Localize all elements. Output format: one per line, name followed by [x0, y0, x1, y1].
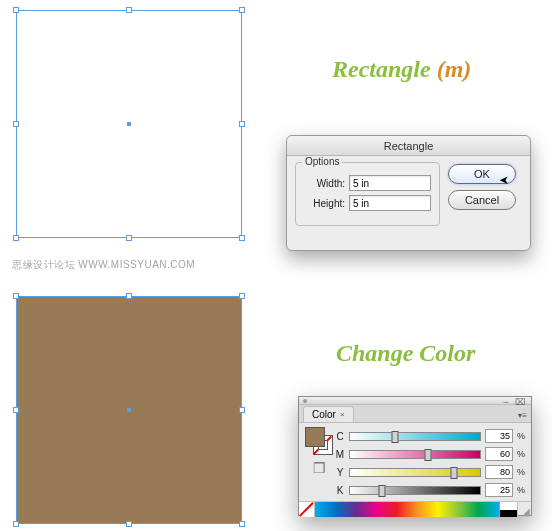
resize-handle-ml[interactable] — [13, 407, 19, 413]
selected-rectangle-empty[interactable] — [16, 10, 242, 238]
dialog-title: Rectangle — [287, 136, 530, 156]
resize-handle-br[interactable] — [239, 521, 245, 527]
resize-handle-tl[interactable] — [13, 293, 19, 299]
tab-color[interactable]: Color × — [303, 406, 354, 422]
slider-m-value[interactable]: 60 — [485, 447, 513, 461]
resize-handle-br[interactable] — [239, 235, 245, 241]
heading-rectangle-paren: (m) — [437, 56, 472, 82]
cancel-button[interactable]: Cancel — [448, 190, 516, 210]
slider-c-thumb[interactable] — [392, 431, 399, 443]
tab-color-label: Color — [312, 409, 336, 420]
resize-handle-mr[interactable] — [239, 121, 245, 127]
resize-handle-tm[interactable] — [126, 293, 132, 299]
height-label: Height: — [304, 198, 345, 209]
cancel-button-label: Cancel — [465, 194, 499, 206]
resize-handle-tm[interactable] — [126, 7, 132, 13]
resize-handle-bl[interactable] — [13, 521, 19, 527]
resize-handle-tr[interactable] — [239, 7, 245, 13]
resize-handle-mr[interactable] — [239, 407, 245, 413]
resize-grip-icon[interactable]: ◢ — [517, 502, 531, 517]
bw-swatches[interactable] — [499, 502, 517, 517]
white-swatch[interactable] — [499, 502, 517, 510]
slider-y-label: Y — [335, 467, 345, 478]
width-label: Width: — [304, 178, 345, 189]
heading-change-color: Change Color — [336, 340, 475, 367]
percent-label: % — [517, 467, 525, 477]
resize-handle-ml[interactable] — [13, 121, 19, 127]
options-legend: Options — [302, 156, 342, 167]
close-icon[interactable]: × — [340, 410, 345, 419]
slider-y-value[interactable]: 80 — [485, 465, 513, 479]
color-panel: – ⌧ Color × ▾≡ ❒ C 35 % M 60 — [298, 396, 532, 516]
slider-c-value[interactable]: 35 — [485, 429, 513, 443]
cube-icon[interactable]: ❒ — [313, 461, 326, 475]
slider-y-track[interactable] — [349, 468, 481, 477]
width-input[interactable] — [349, 175, 431, 191]
slider-m-track[interactable] — [349, 450, 481, 459]
slider-c-label: C — [335, 431, 345, 442]
options-group: Options Width: Height: — [295, 162, 440, 226]
ok-button[interactable]: OK ➤ — [448, 164, 516, 184]
panel-dot-icon — [303, 399, 307, 403]
resize-handle-bl[interactable] — [13, 235, 19, 241]
slider-k-value[interactable]: 25 — [485, 483, 513, 497]
watermark-text: 思缘设计论坛 WWW.MISSYUAN.COM — [12, 258, 195, 272]
cursor-icon: ➤ — [499, 173, 509, 187]
panel-menu-icon[interactable]: ▾≡ — [518, 411, 527, 422]
heading-rectangle: Rectangle (m) — [332, 56, 471, 83]
panel-gripper[interactable]: – ⌧ — [299, 397, 531, 405]
resize-handle-bm[interactable] — [126, 235, 132, 241]
resize-handle-bm[interactable] — [126, 521, 132, 527]
heading-rectangle-word: Rectangle — [332, 56, 431, 82]
slider-row-k: K 25 % — [335, 483, 525, 497]
slider-k-label: K — [335, 485, 345, 496]
slider-y-thumb[interactable] — [450, 467, 457, 479]
percent-label: % — [517, 449, 525, 459]
slider-k-thumb[interactable] — [379, 485, 386, 497]
black-swatch[interactable] — [499, 510, 517, 518]
slider-m-thumb[interactable] — [424, 449, 431, 461]
fill-swatch[interactable] — [305, 427, 325, 447]
resize-handle-tr[interactable] — [239, 293, 245, 299]
rectangle-dialog: Rectangle Options Width: Height: OK ➤ Ca… — [286, 135, 531, 251]
panel-controls[interactable]: – ⌧ — [503, 397, 527, 407]
height-input[interactable] — [349, 195, 431, 211]
slider-row-m: M 60 % — [335, 447, 525, 461]
resize-handle-tl[interactable] — [13, 7, 19, 13]
slider-m-label: M — [335, 449, 345, 460]
spectrum-bar[interactable] — [315, 502, 499, 517]
slider-c-track[interactable] — [349, 432, 481, 441]
slider-row-c: C 35 % — [335, 429, 525, 443]
center-point — [127, 122, 131, 126]
ok-button-label: OK — [474, 168, 490, 180]
slider-row-y: Y 80 % — [335, 465, 525, 479]
percent-label: % — [517, 431, 525, 441]
selected-rectangle-filled[interactable] — [16, 296, 242, 524]
none-swatch[interactable] — [299, 502, 315, 517]
center-point — [127, 408, 131, 412]
fill-stroke-swatch[interactable] — [305, 427, 333, 455]
percent-label: % — [517, 485, 525, 495]
slider-k-track[interactable] — [349, 486, 481, 495]
